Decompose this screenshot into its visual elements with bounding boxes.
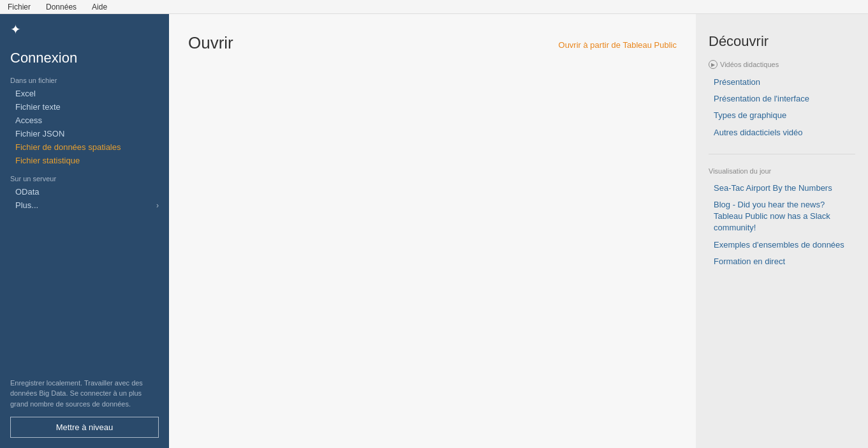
section-dans-fichier: Dans un fichier xyxy=(0,69,169,87)
chevron-right-icon: › xyxy=(156,201,159,210)
divider xyxy=(709,154,855,154)
link-blog-news[interactable]: Blog - Did you hear the news? Tableau Pu… xyxy=(709,197,855,237)
decouvrir-title: Découvrir xyxy=(709,33,855,50)
connexion-title: Connexion xyxy=(0,45,169,69)
link-presentation-interface[interactable]: Présentation de l'interface xyxy=(709,91,855,107)
section-sur-serveur: Sur un serveur xyxy=(0,167,169,185)
tableau-icon: ✦ xyxy=(10,22,21,37)
menu-bar: Fichier Données Aide xyxy=(0,0,868,14)
link-formation-direct[interactable]: Formation en direct xyxy=(709,253,855,270)
sidebar: ✦ Connexion Dans un fichier Excel Fichie… xyxy=(0,14,169,448)
link-exemples-donnees[interactable]: Exemples d'ensembles de données xyxy=(709,237,855,253)
play-icon: ▶ xyxy=(709,60,717,69)
sidebar-header: ✦ xyxy=(0,14,169,45)
open-public-link[interactable]: Ouvrir à partir de Tableau Public xyxy=(188,40,677,50)
link-excel[interactable]: Excel xyxy=(0,87,169,100)
upgrade-description: Enregistrer localement. Travailler avec … xyxy=(10,378,159,410)
upgrade-button[interactable]: Mettre à niveau xyxy=(10,417,159,438)
videos-section-label: ▶ Vidéos didactiques xyxy=(709,60,855,69)
right-panel: Découvrir ▶ Vidéos didactiques Présentat… xyxy=(696,14,868,448)
link-fichier-statistique[interactable]: Fichier statistique xyxy=(0,154,169,167)
link-access[interactable]: Access xyxy=(0,114,169,127)
link-fichier-spatial[interactable]: Fichier de données spatiales xyxy=(0,140,169,154)
link-seatac[interactable]: Sea-Tac Airport By the Numbers xyxy=(709,180,855,197)
link-presentation[interactable]: Présentation xyxy=(709,74,855,91)
link-fichier-json[interactable]: Fichier JSON xyxy=(0,127,169,140)
link-plus[interactable]: Plus... › xyxy=(0,198,169,212)
link-autres-didacticiels[interactable]: Autres didacticiels vidéo xyxy=(709,124,855,141)
menu-fichier[interactable]: Fichier xyxy=(5,1,33,13)
link-fichier-texte[interactable]: Fichier texte xyxy=(0,100,169,114)
link-odata[interactable]: OData xyxy=(0,185,169,198)
link-types-graphique[interactable]: Types de graphique xyxy=(709,107,855,124)
main-content: Ouvrir Ouvrir à partir de Tableau Public xyxy=(169,14,696,448)
menu-aide[interactable]: Aide xyxy=(89,1,110,13)
viz-section-label: Visualisation du jour xyxy=(709,167,855,175)
app-layout: ✦ Connexion Dans un fichier Excel Fichie… xyxy=(0,14,868,448)
sidebar-bottom: Enregistrer localement. Travailler avec … xyxy=(0,368,169,449)
menu-donnees[interactable]: Données xyxy=(43,1,79,13)
